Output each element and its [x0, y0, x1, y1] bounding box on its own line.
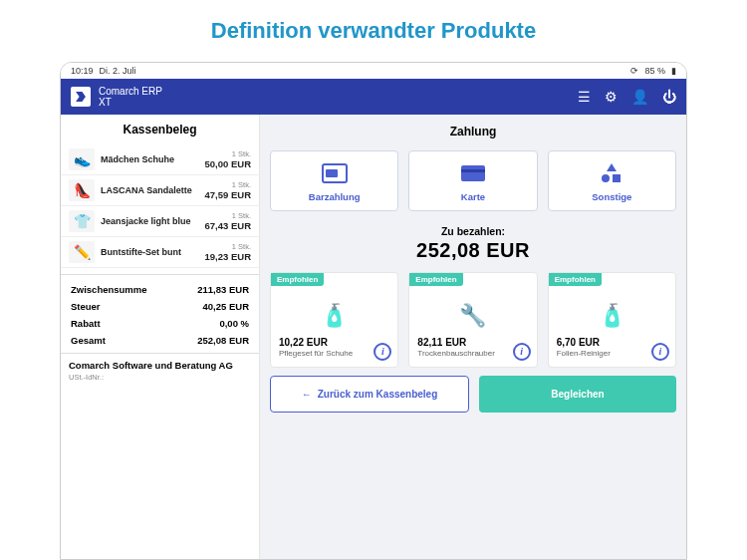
status-time: 10:19: [71, 66, 94, 76]
rec-price: 10,22 EUR: [279, 337, 389, 348]
product-name: Jeansjacke light blue: [101, 216, 199, 226]
payment-panel: Zahlung Barzahlung Karte: [260, 115, 686, 559]
wallet-icon: [277, 161, 391, 185]
product-price: 67,43 EUR: [205, 220, 251, 231]
content: Kassenbeleg 👟 Mädchen Schuhe 1 Stk. 50,0…: [61, 115, 686, 559]
app-title: Comarch ERP XT: [99, 86, 162, 108]
info-icon[interactable]: i: [513, 343, 531, 361]
payment-options: Barzahlung Karte Sonstige: [270, 150, 676, 211]
receipt-row[interactable]: 👟 Mädchen Schuhe 1 Stk. 50,00 EUR: [61, 144, 259, 175]
app-name-1: Comarch ERP: [99, 86, 162, 97]
receipt-row[interactable]: 👠 LASCANA Sandalette 1 Stk. 47,59 EUR: [61, 175, 259, 206]
product-qty: 1 Stk.: [205, 242, 251, 251]
svg-rect-2: [461, 165, 485, 181]
user-icon[interactable]: 👤: [631, 89, 648, 105]
subtotal-value: 211,83 EUR: [197, 284, 249, 295]
gear-icon[interactable]: ⚙: [605, 89, 618, 105]
due-block: Zu bezahlen: 252,08 EUR: [270, 219, 676, 264]
rec-badge: Empfohlen: [271, 273, 324, 286]
pay-card-label: Karte: [415, 191, 530, 202]
shapes-icon: [555, 161, 669, 185]
subtotal-label: Zwischensumme: [71, 284, 147, 295]
app-logo: [71, 87, 91, 107]
rec-card[interactable]: Empfohlen 🧴 10,22 EUR Pflegeset für Schu…: [270, 272, 398, 368]
app-name-2: XT: [99, 97, 162, 108]
receipt-panel: Kassenbeleg 👟 Mädchen Schuhe 1 Stk. 50,0…: [61, 115, 260, 559]
ust-label: USt.-IdNr.:: [61, 373, 259, 382]
payment-title: Zahlung: [270, 125, 676, 139]
rec-image: 🔧: [417, 299, 528, 333]
rec-badge: Empfohlen: [409, 273, 462, 286]
product-qty: 1 Stk.: [205, 180, 251, 189]
info-icon[interactable]: i: [651, 343, 669, 361]
svg-marker-4: [607, 163, 617, 171]
status-date: Di. 2. Juli: [100, 66, 136, 76]
svg-rect-1: [326, 169, 338, 177]
pay-other[interactable]: Sonstige: [548, 150, 676, 211]
svg-rect-6: [613, 174, 621, 182]
product-name: Mädchen Schuhe: [101, 154, 199, 164]
pay-other-label: Sonstige: [555, 191, 669, 202]
product-thumb: 👟: [69, 148, 95, 170]
total-label: Gesamt: [71, 335, 106, 346]
receipt-row[interactable]: 👕 Jeansjacke light blue 1 Stk. 67,43 EUR: [61, 206, 259, 237]
receipt-row[interactable]: ✏️ Buntstifte-Set bunt 1 Stk. 19,23 EUR: [61, 237, 259, 268]
rec-name: Trockenbauschrauber: [417, 349, 528, 359]
due-amount: 252,08 EUR: [270, 239, 676, 262]
due-label: Zu bezahlen:: [270, 225, 676, 237]
arrow-left-icon: ←: [302, 389, 312, 400]
action-row: ← Zurück zum Kassenbeleg Begleichen: [270, 376, 676, 413]
rec-badge: Empfohlen: [549, 273, 602, 286]
rec-card[interactable]: Empfohlen 🔧 82,11 EUR Trockenbauschraube…: [408, 272, 537, 368]
battery-icon: ▮: [671, 66, 676, 76]
rec-image: 🧴: [557, 299, 667, 333]
info-icon[interactable]: i: [374, 343, 391, 361]
product-qty: 1 Stk.: [205, 149, 251, 158]
totals-block: Zwischensumme211,83 EUR Steuer40,25 EUR …: [61, 274, 259, 353]
card-icon: [415, 161, 530, 185]
page-heading: Definition verwandter Produkte: [0, 0, 747, 58]
settle-label: Begleichen: [551, 389, 604, 400]
receipt-icon[interactable]: ☰: [578, 89, 591, 105]
tax-label: Steuer: [71, 301, 101, 312]
device-frame: 10:19 Di. 2. Juli ⟳ 85 % ▮ Comarch ERP X…: [60, 62, 687, 560]
settle-button[interactable]: Begleichen: [479, 376, 676, 413]
product-thumb: 👕: [69, 210, 95, 232]
pay-cash-label: Barzahlung: [277, 191, 391, 202]
recommendations: Empfohlen 🧴 10,22 EUR Pflegeset für Schu…: [270, 272, 676, 368]
company-name: Comarch Software und Beratung AG: [61, 353, 259, 373]
product-name: LASCANA Sandalette: [101, 185, 199, 195]
product-price: 19,23 EUR: [205, 251, 251, 262]
app-bar: Comarch ERP XT ☰ ⚙ 👤 ⏻: [61, 79, 686, 115]
product-price: 50,00 EUR: [205, 158, 251, 169]
pay-card-btn[interactable]: Karte: [408, 150, 537, 211]
status-battery: 85 %: [644, 66, 665, 76]
pay-cash[interactable]: Barzahlung: [270, 150, 398, 211]
back-label: Zurück zum Kassenbeleg: [318, 389, 438, 400]
sync-icon: ⟳: [630, 66, 638, 76]
svg-rect-3: [461, 169, 485, 172]
rec-price: 82,11 EUR: [417, 337, 528, 348]
rec-price: 6,70 EUR: [557, 337, 667, 348]
discount-value: 0,00 %: [219, 318, 249, 329]
product-qty: 1 Stk.: [205, 211, 251, 220]
product-thumb: 👠: [69, 179, 95, 201]
total-value: 252,08 EUR: [197, 335, 249, 346]
back-button[interactable]: ← Zurück zum Kassenbeleg: [270, 376, 469, 413]
product-price: 47,59 EUR: [205, 189, 251, 200]
receipt-title: Kassenbeleg: [61, 115, 259, 144]
rec-image: 🧴: [279, 299, 389, 333]
product-name: Buntstifte-Set bunt: [101, 247, 199, 257]
tax-value: 40,25 EUR: [203, 301, 249, 312]
svg-point-5: [602, 174, 610, 182]
power-icon[interactable]: ⏻: [662, 89, 676, 105]
rec-card[interactable]: Empfohlen 🧴 6,70 EUR Folien-Reiniger i: [548, 272, 676, 368]
status-bar: 10:19 Di. 2. Juli ⟳ 85 % ▮: [61, 63, 686, 79]
discount-label: Rabatt: [71, 318, 101, 329]
product-thumb: ✏️: [69, 241, 95, 263]
